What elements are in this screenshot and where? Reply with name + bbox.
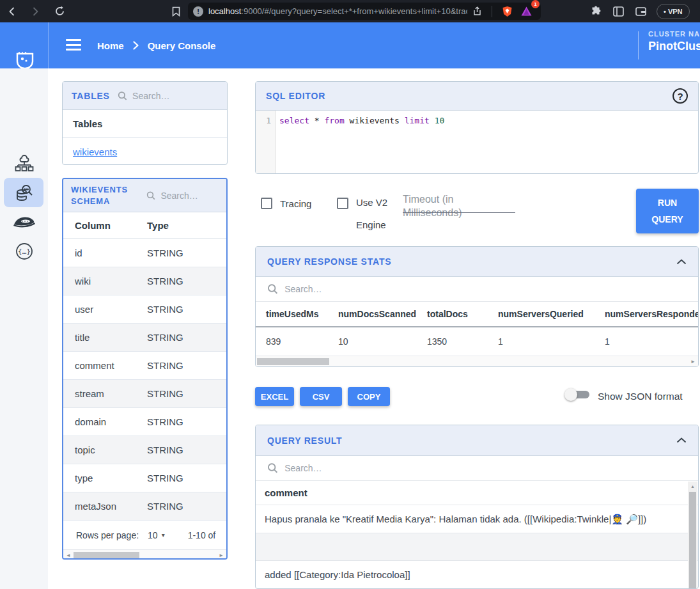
tracing-checkbox[interactable] — [261, 198, 272, 209]
table-link-wikievents[interactable]: wikievents — [73, 146, 117, 157]
schema-row[interactable]: metaJsonSTRING — [63, 492, 226, 521]
stats-horizontal-scrollbar[interactable]: ◄ ► — [256, 356, 698, 367]
stats-search-input[interactable] — [284, 284, 687, 294]
schema-row[interactable]: userSTRING — [63, 295, 226, 324]
result-row[interactable] — [256, 533, 698, 561]
schema-rows: idSTRINGwikiSTRINGuserSTRINGtitleSTRINGc… — [63, 239, 226, 521]
use-v2-label-line1: Use V2 — [356, 197, 387, 208]
schema-row[interactable]: streamSTRING — [63, 380, 226, 408]
schema-search-input[interactable] — [160, 191, 219, 201]
tables-panel: TABLES Tables wikievents — [62, 81, 228, 165]
schema-row[interactable]: titleSTRING — [63, 324, 226, 352]
result-row[interactable]: added [[Category:Ida Pietrocoloa]] — [256, 561, 698, 589]
rows-per-page-select[interactable]: 10 ▾ — [148, 530, 165, 540]
excel-button[interactable]: EXCEL — [255, 387, 294, 406]
stats-table-header: timeUsedMsnumDocsScannedtotalDocsnumServ… — [256, 302, 698, 327]
wallet-icon[interactable] — [635, 6, 646, 16]
tables-column-header: Tables — [63, 110, 227, 137]
url-text[interactable]: localhost:9000/#/query?query=select+*+fr… — [208, 6, 467, 16]
schema-row[interactable]: topicSTRING — [63, 436, 226, 464]
vpn-button[interactable]: • VPN — [657, 4, 690, 19]
help-icon[interactable]: ? — [673, 88, 688, 104]
use-v2-engine-checkbox[interactable] — [337, 198, 348, 209]
scroll-left-icon[interactable]: ◄ — [63, 550, 74, 560]
zookeeper-icon[interactable] — [0, 214, 48, 231]
timeout-input[interactable] — [403, 212, 515, 213]
result-search-input[interactable] — [284, 463, 687, 473]
menu-icon[interactable] — [66, 39, 81, 51]
scroll-right-icon[interactable]: ► — [688, 356, 698, 367]
result-panel-title: QUERY RESULT — [267, 436, 342, 446]
svg-text:{…}: {…} — [18, 247, 31, 256]
scrollbar-thumb[interactable] — [257, 358, 329, 365]
schema-panel: WIKIEVENTS SCHEMA Column Type idSTRINGwi… — [62, 178, 228, 560]
copy-button[interactable]: COPY — [348, 387, 390, 406]
sql-query-text[interactable]: select * from wikievents limit 10 — [276, 111, 444, 173]
query-console-icon[interactable] — [0, 184, 48, 203]
schema-row[interactable]: typeSTRING — [63, 464, 226, 492]
result-column-header[interactable]: comment — [256, 481, 698, 505]
scrollbar-thumb[interactable] — [689, 492, 696, 588]
breadcrumb-current[interactable]: Query Console — [148, 40, 216, 51]
url-bar[interactable]: ! localhost:9000/#/query?query=select+*+… — [188, 3, 541, 20]
schema-row[interactable]: idSTRING — [63, 239, 226, 267]
stats-cell-value: 1350 — [417, 336, 488, 347]
cluster-manager-icon[interactable] — [0, 153, 48, 173]
cluster-name-value: PinotClus — [648, 40, 700, 53]
schema-col-type[interactable]: Type — [136, 220, 226, 231]
tracing-label: Tracing — [280, 198, 311, 209]
pagination-range: 1-10 of — [188, 530, 216, 540]
stats-column-header[interactable]: numServersResponde — [595, 309, 698, 319]
stats-column-header[interactable]: numServersQueried — [488, 309, 595, 319]
result-vertical-scrollbar[interactable]: ▲ — [688, 482, 697, 588]
cluster-info: CLUSTER NA PinotClus — [648, 30, 700, 53]
rewards-badge: 1 — [531, 0, 540, 8]
sidebar-toggle-icon[interactable] — [613, 6, 624, 17]
stats-column-header[interactable]: timeUsedMs — [256, 309, 328, 319]
schema-col-column[interactable]: Column — [63, 220, 136, 231]
timeout-input-placeholder: Timeout (in Milliseconds) — [403, 192, 515, 219]
csv-button[interactable]: CSV — [300, 387, 342, 406]
schema-row[interactable]: domainSTRING — [63, 408, 226, 436]
browser-chrome: ! localhost:9000/#/query?query=select+*+… — [0, 0, 700, 22]
browser-forward-icon[interactable] — [26, 3, 45, 20]
extensions-icon[interactable] — [591, 6, 602, 17]
query-response-stats-panel: QUERY RESPONSE STATS timeUsedMsnumDocsSc… — [255, 246, 699, 367]
brave-shield-icon[interactable] — [497, 3, 517, 20]
sql-editor-title: SQL EDITOR — [266, 91, 325, 101]
divider — [48, 22, 49, 68]
search-icon — [267, 462, 278, 474]
search-icon — [146, 190, 155, 201]
collapse-chevron-icon[interactable] — [676, 259, 687, 265]
show-json-toggle[interactable] — [564, 388, 591, 401]
app-header: Home Query Console CLUSTER NA PinotClus — [0, 22, 700, 68]
browser-reload-icon[interactable] — [50, 3, 69, 20]
stats-cell-value: 1 — [595, 336, 698, 347]
browser-back-icon[interactable] — [3, 3, 22, 20]
scroll-right-icon[interactable]: ► — [216, 550, 226, 560]
collapse-chevron-icon[interactable] — [676, 437, 687, 443]
sql-editor[interactable]: 1 select * from wikievents limit 10 — [256, 111, 698, 173]
scroll-up-icon[interactable]: ▲ — [688, 482, 697, 491]
stats-column-header[interactable]: totalDocs — [417, 309, 488, 319]
toggle-thumb[interactable] — [564, 388, 577, 401]
share-icon[interactable] — [467, 3, 486, 20]
breadcrumb: Home Query Console — [97, 22, 215, 68]
tables-search-input[interactable] — [132, 91, 218, 101]
brave-rewards-icon[interactable]: 1 — [517, 3, 536, 20]
schema-horizontal-scrollbar[interactable]: ◄ ► — [63, 549, 226, 560]
site-info-icon[interactable]: ! — [193, 6, 203, 17]
swagger-icon[interactable]: {…} — [0, 242, 48, 260]
use-v2-label-line2: Engine — [356, 219, 386, 230]
bookmark-icon[interactable] — [166, 3, 185, 20]
schema-row[interactable]: commentSTRING — [63, 352, 226, 380]
schema-row[interactable]: wikiSTRING — [63, 267, 226, 295]
stats-cell-value: 1 — [488, 336, 595, 347]
breadcrumb-home[interactable]: Home — [97, 40, 124, 51]
scrollbar-thumb[interactable] — [74, 552, 139, 559]
schema-panel-title: WIKIEVENTS SCHEMA — [71, 184, 140, 207]
stats-column-header[interactable]: numDocsScanned — [328, 309, 417, 319]
search-icon — [267, 283, 278, 295]
result-row[interactable]: Hapus pranala ke "Kreatif Media Karya": … — [256, 505, 698, 533]
run-query-button[interactable]: RUN QUERY — [636, 189, 699, 233]
